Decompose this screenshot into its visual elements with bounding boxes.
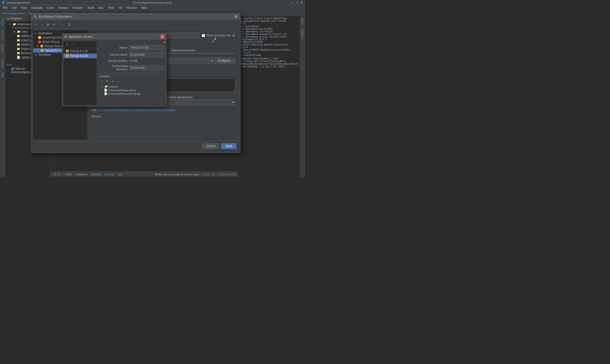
menu-analyze[interactable]: Analyze — [56, 6, 70, 10]
tomcat-home-input[interactable] — [129, 52, 165, 57]
dialog-toolbar: + − ⧉ ✏ ⋯ ⇅ — [33, 22, 238, 29]
menu-edit[interactable]: Edit — [10, 6, 19, 10]
right-log-panel: ng.config.file=C:\Users\86137\App ng.man… — [238, 16, 300, 177]
lib-jsp-api[interactable]: 📄 D:\tomcat9\lib\jsp-api.jar — [100, 88, 163, 92]
profiler-label: Git — [118, 173, 122, 176]
tomcat-home-input-area: 📂 — [129, 52, 165, 57]
terminal-btn[interactable]: Terminal — [91, 173, 101, 176]
menu-window[interactable]: Window — [125, 6, 139, 10]
tomcat-basedir-input[interactable] — [129, 65, 165, 70]
tomcat-basedir-row: Tomcat base directory: 📂 — [99, 65, 163, 71]
sidebar-project-label: 🗂 Project ▾ — [7, 17, 21, 20]
services-bottom-btn[interactable]: Services — [105, 173, 115, 176]
lib-servlet-api[interactable]: 📄 D:\tomcat9\lib\servlet-api.jar — [100, 92, 163, 95]
lib-remove-btn[interactable]: − — [116, 79, 121, 84]
remove-config-btn[interactable]: − — [39, 22, 44, 27]
store-project-checkbox[interactable] — [202, 34, 205, 37]
edit-config-btn[interactable]: ✏ — [52, 22, 57, 27]
maximize-btn[interactable]: □ — [296, 1, 298, 4]
services-bottom-label: Services — [105, 173, 115, 176]
strip-project[interactable]: Project — [0, 17, 4, 27]
lib-classes-label: Classes — [108, 85, 118, 88]
todo-btn[interactable]: TODO — [65, 173, 72, 176]
lib-add-more-btn[interactable]: ≡ — [110, 79, 115, 84]
annotation-1: 1 — [214, 37, 216, 40]
lib-classes-item[interactable]: ▼ 📁 Classes — [100, 85, 163, 88]
more-btn[interactable]: ⋯ — [60, 22, 66, 27]
on-frame-label: On frame deactivation: — [164, 96, 235, 99]
profiler-btn[interactable]: Git — [118, 173, 122, 176]
strip-web[interactable]: Web — [0, 71, 4, 79]
annotation-2-arrow: ↙ — [163, 41, 165, 43]
app-servers-title: 🖥 Application Servers — [64, 35, 93, 38]
strip-commit[interactable]: Commit — [0, 29, 4, 40]
as-item-label-9039: Tomcat 9.0.39 — [70, 50, 88, 53]
strip-favorites[interactable]: Favorites — [0, 57, 4, 69]
menu-refactor[interactable]: Refactor — [71, 6, 85, 10]
cancel-btn[interactable]: Cancel — [202, 143, 219, 149]
store-project-row: Store as project file ⚙ — [202, 34, 235, 37]
add-config-btn[interactable]: + — [33, 22, 38, 27]
store-settings-icon: ⚙ — [232, 34, 235, 37]
menu-help[interactable]: Help — [139, 6, 149, 10]
apply-btn[interactable]: Apply — [221, 143, 236, 149]
as-add-btn[interactable]: + — [65, 42, 69, 47]
store-project-label: Store as project file — [206, 34, 231, 37]
lib-servlet-api-path: D:\tomcat9\lib\servlet-api.jar — [108, 92, 140, 95]
jre-value: C:\Users\86137\AppData\Local\JetBrains\I… — [98, 108, 175, 112]
app-name: bookmanagesystem — [7, 1, 30, 4]
as-item-tomcat9068[interactable]: 🐱 Tomcat 9.0.68 — [64, 53, 97, 58]
name-field-label: Name: — [99, 46, 128, 49]
menu-run[interactable]: Run — [96, 6, 106, 10]
maven-btn[interactable]: Maven — [301, 17, 304, 26]
name-field-row: Name: — [99, 45, 163, 50]
as-remove-btn[interactable]: − — [70, 42, 75, 47]
minimize-btn[interactable]: — — [291, 1, 294, 4]
tomcat-basedir-input-area: 📂 — [129, 65, 165, 70]
sort-btn[interactable]: ⇅ — [67, 22, 72, 27]
app-servers-icon: 🖥 — [64, 35, 67, 38]
tomcat-home-row: Tomcat Home: 📂 — [99, 52, 163, 57]
configure-btn[interactable]: Configure... — [215, 58, 235, 64]
menu-navigate[interactable]: Navigate — [29, 6, 44, 10]
app-servers-toolbar: + − — [64, 41, 97, 48]
copy-config-btn[interactable]: ⧉ — [45, 22, 51, 27]
tomcat-version-label: Tomcat Version: — [99, 59, 128, 63]
menu-git[interactable]: Git — [117, 6, 124, 10]
status-left: ⎇ Git TODO Problems Terminal Services Gi… — [52, 172, 122, 176]
dialog-close-btn[interactable]: ✕ — [234, 15, 238, 19]
app-servers-title-bar: 🖥 Application Servers ✕ — [62, 34, 166, 40]
name-field-input[interactable] — [129, 45, 165, 50]
lib-add-btn[interactable]: + — [99, 79, 104, 84]
app-servers-close-btn[interactable]: ✕ — [160, 35, 164, 39]
menu-file[interactable]: File — [1, 6, 9, 10]
app-servers-body: + − 🐱 Tomcat 9.0.39 🐱 Tomcat 9.0.68 2 ↙ — [62, 40, 166, 106]
left-strip: Project Commit Structure Favorites Web — [0, 16, 5, 177]
close-btn[interactable]: ✕ — [300, 1, 303, 4]
app-servers-list-panel: + − 🐱 Tomcat 9.0.39 🐱 Tomcat 9.0.68 — [64, 41, 97, 105]
csdn-text: CSDN #1_f666 — [218, 173, 236, 176]
app-servers-fields: 2 ↙ Name: Tomcat Home: 📂 Tomcat Version:… — [97, 41, 165, 105]
lib-add-nested-btn[interactable]: ▼ — [105, 79, 109, 84]
as-item-tomcat9039[interactable]: 🐱 Tomcat 9.0.39 — [64, 49, 97, 53]
libraries-header: Libraries — [99, 75, 163, 78]
libraries-section: Libraries + ▼ ≡ − ▼ 📁 Classes 📄 D:\tom — [99, 73, 163, 95]
menu-tools[interactable]: Tools — [106, 6, 116, 10]
git-icon[interactable]: ⎇ Git — [52, 172, 61, 176]
menu-code[interactable]: Code — [45, 6, 56, 10]
dialog-title-text: Run/Debug Configurations — [39, 15, 72, 18]
tab-startup-connection[interactable]: Startup/Connection — [168, 48, 199, 53]
event-log-btn[interactable]: Event Log — [203, 173, 215, 176]
status-bar: ⎇ Git TODO Problems Terminal Services Gi… — [51, 171, 238, 177]
dialog-title: 🔧 Run/Debug Configurations — [34, 15, 72, 18]
database-btn[interactable]: Database — [301, 28, 304, 40]
problems-btn[interactable]: Problems — [76, 173, 87, 176]
application-label: Application — [38, 32, 52, 35]
strip-structure[interactable]: Structure — [0, 42, 4, 55]
nav-bookmanagesystem[interactable]: bookmanagesystem — [1, 12, 25, 15]
tomcat-row: Tomcat: — [91, 115, 235, 118]
title-bar-center: [D:\Desktop\bookmanagesystem] — [133, 1, 172, 4]
menu-view[interactable]: View — [19, 6, 29, 10]
menu-build[interactable]: Build — [86, 6, 96, 10]
on-frame-select[interactable] — [164, 99, 235, 105]
